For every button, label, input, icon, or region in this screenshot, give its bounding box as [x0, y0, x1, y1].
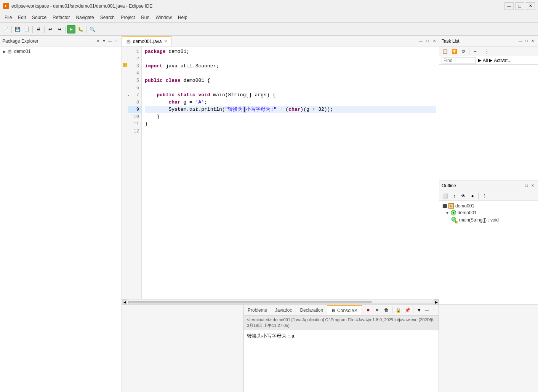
- package-explorer-title: Package Explorer: [2, 38, 95, 44]
- code-line-4: [145, 70, 436, 77]
- undo-button[interactable]: ↩: [46, 25, 54, 33]
- toolbar-separator-1: [11, 26, 12, 33]
- menu-run[interactable]: Run: [138, 13, 152, 22]
- editor-maximize[interactable]: □: [424, 38, 431, 44]
- menu-edit[interactable]: Edit: [15, 13, 29, 22]
- outline-method-item[interactable]: m S main(String[]) : void: [439, 216, 538, 224]
- outline-dot[interactable]: ●: [468, 192, 477, 200]
- console-pin[interactable]: 📌: [403, 306, 412, 314]
- line-num-10: 10: [128, 113, 141, 120]
- code-editor[interactable]: ! 1: [122, 46, 439, 299]
- menu-window[interactable]: Window: [152, 13, 175, 22]
- debug-button[interactable]: 🐛: [76, 25, 85, 33]
- console-scroll-lock[interactable]: 🔒: [394, 306, 402, 314]
- console-minimize[interactable]: —: [424, 307, 430, 313]
- menu-source[interactable]: Source: [29, 13, 50, 22]
- task-new[interactable]: 📋: [441, 47, 449, 56]
- menu-refactor[interactable]: Refactor: [50, 13, 73, 22]
- run-button[interactable]: ▶: [67, 25, 75, 33]
- task-menu[interactable]: ⋮: [483, 47, 491, 56]
- code-line-1: package demo01;: [145, 48, 436, 55]
- expand-arrow-icon: ▶: [3, 49, 6, 54]
- task-close[interactable]: ✕: [530, 38, 536, 44]
- gutter-line-10: [122, 112, 128, 119]
- console-maximize[interactable]: □: [431, 307, 437, 313]
- task-refresh[interactable]: ↺: [459, 47, 468, 56]
- line-numbers: 1 2 3 4 5 6 7 ▸ 8 9 10: [128, 46, 142, 299]
- close-button[interactable]: ✕: [526, 2, 535, 10]
- outline-minimize[interactable]: —: [517, 183, 524, 189]
- bottom-tab-controls: ■ ✕ 🗑 🔒 📌 ▼ — □: [362, 305, 439, 315]
- task-minimize[interactable]: —: [517, 38, 524, 44]
- editor-close[interactable]: ✕: [431, 38, 437, 44]
- menu-file[interactable]: File: [2, 13, 15, 22]
- line-num-6: 6: [128, 84, 141, 91]
- code-line-9: System.out.println("转换为|小写字母为:" + (char)…: [145, 106, 436, 113]
- task-collapse[interactable]: −: [471, 47, 479, 56]
- outline-class-item[interactable]: ▼ ● demo001: [439, 209, 538, 216]
- console-menu[interactable]: ▼: [415, 306, 423, 314]
- outline-close[interactable]: ✕: [530, 183, 536, 189]
- tab-declaration[interactable]: Declaration: [296, 305, 327, 315]
- line-num-7: 7 ▸: [128, 91, 141, 99]
- save-button[interactable]: 💾: [13, 25, 22, 33]
- code-line-7: public static void main(String[] args) {: [145, 91, 436, 99]
- tab-problems[interactable]: Problems: [244, 305, 271, 315]
- line-num-12: 12: [128, 127, 141, 135]
- outline-package-item[interactable]: ⬛ C demo001: [439, 202, 538, 209]
- code-content[interactable]: package demo01; import java.util.Scanner…: [142, 46, 439, 299]
- save-all-button[interactable]: 📑: [22, 25, 31, 33]
- new-button[interactable]: 📄: [2, 25, 10, 33]
- menu-project[interactable]: Project: [118, 13, 138, 22]
- pkg-explorer-minimize[interactable]: —: [107, 38, 113, 44]
- bottom-main: Problems Javadoc Declaration 🖥 Console ✕: [244, 305, 439, 392]
- class-expand-arrow: ▼: [445, 211, 449, 215]
- outline-menu[interactable]: ⋮: [480, 192, 488, 200]
- search-toolbar-button[interactable]: 🔍: [88, 25, 96, 33]
- pkg-explorer-maximize[interactable]: □: [113, 38, 119, 44]
- task-maximize[interactable]: □: [524, 38, 530, 44]
- print-button[interactable]: 🖨: [34, 25, 43, 33]
- pkg-explorer-menu[interactable]: ▼: [101, 38, 107, 44]
- bottom-tabs: Problems Javadoc Declaration 🖥 Console ✕: [244, 305, 439, 316]
- redo-button[interactable]: ↪: [55, 25, 64, 33]
- gutter-annotation-3: !: [123, 63, 127, 67]
- menu-help[interactable]: Help: [175, 13, 191, 22]
- outline-sort[interactable]: ↕: [450, 192, 458, 200]
- tab-console[interactable]: 🖥 Console ✕: [327, 305, 362, 315]
- console-stop[interactable]: ■: [364, 306, 372, 314]
- task-all-btn[interactable]: All: [483, 58, 488, 63]
- pkg-project-item[interactable]: ▶ ☕ demo01: [0, 48, 122, 55]
- tab-declaration-label: Declaration: [300, 308, 323, 313]
- horizontal-scrollbar-thumb[interactable]: [128, 301, 371, 303]
- menu-search[interactable]: Search: [97, 13, 118, 22]
- menu-navigate[interactable]: Navigate: [73, 13, 97, 22]
- tab-console-close[interactable]: ✕: [354, 308, 358, 313]
- gutter-line-4: [122, 68, 128, 75]
- toolbar-separator-4: [65, 26, 66, 33]
- minimize-button[interactable]: —: [504, 2, 514, 10]
- editor-tab-demo001[interactable]: ☕ demo001.java ✕: [122, 36, 171, 46]
- task-filter[interactable]: 🔽: [450, 47, 458, 56]
- tab-javadoc[interactable]: Javadoc: [271, 305, 296, 315]
- window-controls: — □ ✕: [504, 2, 535, 10]
- console-remove[interactable]: ✕: [373, 306, 381, 314]
- task-activate-btn[interactable]: Activat...: [494, 58, 511, 63]
- console-clear[interactable]: 🗑: [382, 306, 391, 314]
- outline-hide[interactable]: 👁: [459, 192, 468, 200]
- package-explorer-content: ▶ ☕ demo01: [0, 46, 122, 392]
- scroll-left-btn[interactable]: ◀: [122, 300, 127, 305]
- editor-minimize[interactable]: —: [418, 38, 424, 44]
- task-find-bar: ▶ All ▶ Activat...: [439, 56, 538, 65]
- task-find-input[interactable]: [442, 57, 476, 64]
- outline-collapse[interactable]: ⬜: [441, 192, 449, 200]
- maximize-button[interactable]: □: [515, 2, 524, 10]
- line-num-3: 3: [128, 62, 141, 70]
- outline-maximize[interactable]: □: [524, 183, 530, 189]
- outline-title: Outline: [442, 183, 517, 188]
- scroll-right-btn[interactable]: ▶: [434, 300, 439, 305]
- code-line-2: [145, 55, 436, 62]
- outline-class-label: demo001: [458, 210, 477, 215]
- tab-close-button[interactable]: ✕: [164, 39, 167, 44]
- pkg-explorer-close[interactable]: ✕: [95, 38, 101, 44]
